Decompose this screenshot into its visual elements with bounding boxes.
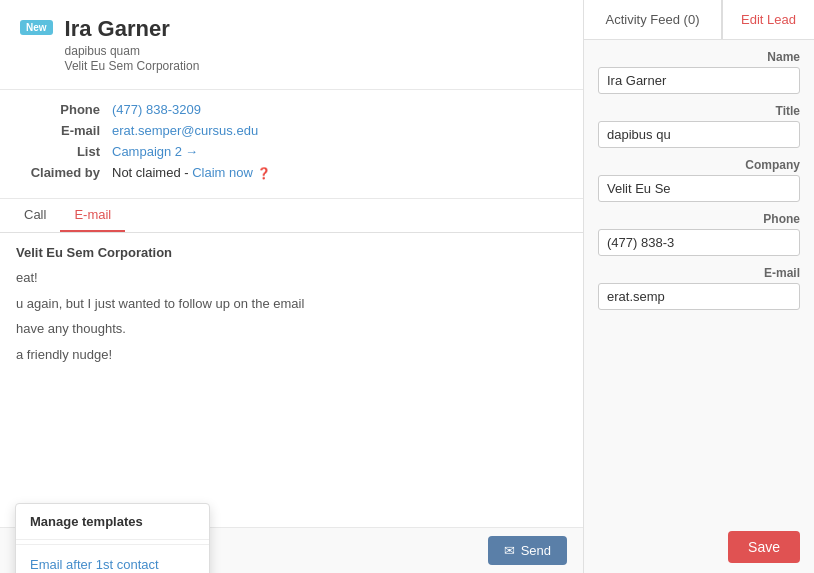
campaign-link[interactable]: Campaign 2 → (112, 144, 198, 159)
compose-tabs: Call E-mail (0, 199, 583, 233)
company-form-row: Company (598, 158, 800, 202)
compose-area: Velit Eu Sem Corporation eat! u again, b… (0, 233, 583, 527)
phone-label: Phone (20, 102, 100, 117)
name-input[interactable] (598, 67, 800, 94)
phone-form-row: Phone (598, 212, 800, 256)
help-icon: ❓ (257, 167, 271, 179)
activity-feed-button[interactable]: Activity Feed (0) (584, 0, 722, 39)
title-form-label: Title (598, 104, 800, 118)
lead-subtitle: dapibus quam (65, 44, 563, 58)
compose-to: Velit Eu Sem Corporation (16, 245, 567, 260)
send-button[interactable]: ✉ Send (488, 536, 567, 565)
list-row: List Campaign 2 → (20, 144, 563, 159)
title-input[interactable] (598, 121, 800, 148)
name-form-row: Name (598, 50, 800, 94)
edit-lead-button[interactable]: Edit Lead (722, 0, 814, 39)
lead-info-section: Phone (477) 838-3209 E-mail erat.semper@… (0, 90, 583, 199)
template-dropdown: Manage templates Email after 1st contact… (15, 503, 210, 573)
right-panel: Activity Feed (0) Edit Lead Name Title C… (584, 0, 814, 573)
tab-call[interactable]: Call (10, 199, 60, 232)
send-icon: ✉ (504, 543, 515, 558)
lead-company: Velit Eu Sem Corporation (65, 59, 563, 73)
claimed-label: Claimed by (20, 165, 100, 180)
phone-form-label: Phone (598, 212, 800, 226)
phone-link[interactable]: (477) 838-3209 (112, 102, 201, 117)
arrow-icon: → (185, 144, 198, 159)
template-item-0[interactable]: Email after 1st contact (16, 549, 209, 573)
name-form-label: Name (598, 50, 800, 64)
company-input[interactable] (598, 175, 800, 202)
company-form-label: Company (598, 158, 800, 172)
claimed-value: Not claimed - Claim now ❓ (112, 165, 271, 180)
email-input[interactable] (598, 283, 800, 310)
tab-email[interactable]: E-mail (60, 199, 125, 232)
save-section: Save (584, 521, 814, 573)
phone-input[interactable] (598, 229, 800, 256)
email-link[interactable]: erat.semper@cursus.edu (112, 123, 258, 138)
dropdown-header: Manage templates (16, 504, 209, 540)
email-row: E-mail erat.semper@cursus.edu (20, 123, 563, 138)
right-form: Name Title Company Phone E-mail (584, 40, 814, 521)
email-value: erat.semper@cursus.edu (112, 123, 258, 138)
divider (16, 544, 209, 545)
list-value: Campaign 2 → (112, 144, 198, 159)
phone-value: (477) 838-3209 (112, 102, 201, 117)
save-button[interactable]: Save (728, 531, 800, 563)
lead-header: New Ira Garner dapibus quam Velit Eu Sem… (0, 0, 583, 90)
compose-body: eat! u again, but I just wanted to follo… (16, 268, 567, 364)
list-label: List (20, 144, 100, 159)
claimed-row: Claimed by Not claimed - Claim now ❓ (20, 165, 563, 180)
new-badge: New (20, 20, 53, 35)
title-form-row: Title (598, 104, 800, 148)
email-form-row: E-mail (598, 266, 800, 310)
claim-now-link[interactable]: Claim now (192, 165, 253, 180)
email-form-label: E-mail (598, 266, 800, 280)
phone-row: Phone (477) 838-3209 (20, 102, 563, 117)
lead-name: Ira Garner (65, 16, 563, 42)
action-bar: Activity Feed (0) Edit Lead (584, 0, 814, 40)
email-label: E-mail (20, 123, 100, 138)
